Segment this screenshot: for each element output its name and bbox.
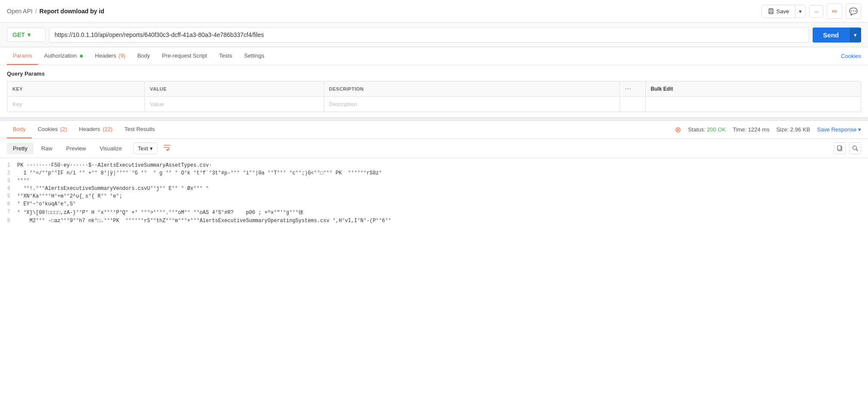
response-tab-test-results[interactable]: Test Results <box>118 121 161 138</box>
cookies-badge: (2) <box>60 126 67 132</box>
wrap-icon[interactable] <box>163 143 171 153</box>
col-header-actions: ··· <box>619 82 645 97</box>
response-tabs-row: Body Cookies (2) Headers (22) Test Resul… <box>0 121 868 139</box>
breadcrumb-separator: / <box>35 8 37 15</box>
code-line: 8 M2°°° -□az°°°9°°h7 nk°□.°°°PK °°°°°°rS… <box>0 217 868 225</box>
time-label: Time: 1224 ms <box>733 126 770 133</box>
svg-rect-4 <box>838 146 841 150</box>
format-type-chevron: ▾ <box>150 145 153 152</box>
line-content: °°XN°Ka°°°°H°+m°°2^u{¸s°{ R°° °e°; <box>17 193 868 199</box>
method-chevron: ▾ <box>27 31 30 38</box>
save-response-button[interactable]: Save Response ▾ <box>817 126 861 133</box>
col-header-bulk-edit: Bulk Edit <box>645 82 861 97</box>
tab-pre-request-script[interactable]: Pre-request Script <box>156 47 213 65</box>
col-header-description: DESCRIPTION <box>324 82 619 97</box>
edit-button[interactable]: ✏ <box>827 3 842 19</box>
line-number: 3 <box>0 178 17 184</box>
top-bar: Open API / Report download by id Save ▾ … <box>0 0 868 23</box>
tab-authorization[interactable]: Authorization <box>38 47 89 65</box>
line-number: 7 <box>0 209 17 215</box>
breadcrumb-open-api[interactable]: Open API <box>7 8 33 15</box>
line-number: 8 <box>0 218 17 224</box>
format-type-select[interactable]: Text ▾ <box>133 143 158 154</box>
authorization-dot <box>80 55 83 58</box>
table-row-empty: Key Value Description <box>7 97 861 112</box>
send-button-group: Send ▾ <box>813 27 861 43</box>
response-tab-cookies[interactable]: Cookies (2) <box>32 121 73 138</box>
cookies-link[interactable]: Cookies <box>841 48 861 64</box>
save-button-group: Save ▾ <box>762 5 806 18</box>
status-warning-icon: ⊗ <box>675 125 681 134</box>
key-input-cell[interactable]: Key <box>7 97 145 112</box>
desc-input-cell[interactable]: Description <box>324 97 619 112</box>
value-input-cell[interactable]: Value <box>145 97 324 112</box>
tab-tests[interactable]: Tests <box>213 47 238 65</box>
tab-settings[interactable]: Settings <box>238 47 270 65</box>
params-table: KEY VALUE DESCRIPTION ··· Bulk Edit Key … <box>7 81 861 112</box>
line-number: 4 <box>0 186 17 192</box>
row-actions-cell <box>619 97 645 112</box>
line-number: 1 <box>0 162 17 168</box>
save-dropdown-button[interactable]: ▾ <box>795 5 805 18</box>
code-line: 7° °X}\[08!□□□□,zA-}°°P° H °x°°°°P°Q° +°… <box>0 208 868 217</box>
section-divider <box>0 117 868 121</box>
response-area: Body Cookies (2) Headers (22) Test Resul… <box>0 121 868 228</box>
col-header-value: VALUE <box>145 82 324 97</box>
size-label: Size: 2.96 KB <box>776 126 810 133</box>
code-line: 1PK ········F50·ey······$··AlertsExecuti… <box>0 162 868 169</box>
url-input[interactable] <box>49 27 809 43</box>
query-params-section: Query Params KEY VALUE DESCRIPTION ··· B… <box>0 65 868 112</box>
line-number: 2 <box>0 170 17 176</box>
send-button[interactable]: Send <box>813 27 849 43</box>
breadcrumb-report-title: Report download by id <box>39 8 104 15</box>
code-line: 3°°°° <box>0 177 868 185</box>
response-tab-headers[interactable]: Headers (22) <box>73 121 118 138</box>
tab-params[interactable]: Params <box>7 47 38 65</box>
comment-button[interactable]: 💬 <box>846 3 861 19</box>
response-status-row: ⊗ Status: 200 OK Time: 1224 ms Size: 2.9… <box>675 125 861 134</box>
svg-rect-2 <box>769 12 773 13</box>
tab-headers[interactable]: Headers (9) <box>89 47 131 65</box>
svg-rect-1 <box>770 9 772 10</box>
line-content: °°°° <box>17 178 868 184</box>
line-content: °°!.°°°AlertsExecutiveSummaryVendors.csv… <box>17 186 868 192</box>
line-content: 1 °°=/°°p°°IF n/i °° +°° 8°|ÿ|°°°°`°G °°… <box>17 170 868 176</box>
line-number: 5 <box>0 193 17 199</box>
headers-badge: (9) <box>118 52 125 59</box>
response-tab-body[interactable]: Body <box>7 121 32 138</box>
copy-button[interactable] <box>834 142 846 154</box>
method-select[interactable]: GET ▾ <box>7 27 46 42</box>
format-tab-visualize[interactable]: Visualize <box>94 143 128 154</box>
code-area: 1PK ········F50·ey······$··AlertsExecuti… <box>0 158 868 228</box>
status-label: Status: 200 OK <box>688 126 726 133</box>
status-value: 200 OK <box>707 126 726 133</box>
code-line: 6° EY°~°o°kuqA°e°,S° <box>0 200 868 208</box>
url-bar: GET ▾ Send ▾ <box>0 23 868 47</box>
format-tab-preview[interactable]: Preview <box>60 143 92 154</box>
format-right-icons <box>834 142 861 154</box>
bulk-edit-button[interactable]: Bulk Edit <box>651 86 673 92</box>
search-button[interactable] <box>849 142 861 154</box>
line-content: ° °X}\[08!□□□□,zA-}°°P° H °x°°°°P°Q° +° … <box>17 209 868 216</box>
more-options-button[interactable]: ··· <box>809 5 823 18</box>
method-label: GET <box>12 31 25 38</box>
format-type-label: Text <box>138 145 148 152</box>
size-value: 2.96 KB <box>790 126 810 133</box>
row-extra-cell <box>645 97 861 112</box>
save-label: Save <box>777 8 789 15</box>
send-dropdown-button[interactable]: ▾ <box>849 28 861 42</box>
format-tabs-row: Pretty Raw Preview Visualize Text ▾ <box>0 139 868 158</box>
line-content: ° EY°~°o°kuqA°e°,S° <box>17 201 868 207</box>
time-value: 1224 ms <box>748 126 770 133</box>
response-headers-badge: (22) <box>103 126 112 132</box>
line-content: M2°°° -□az°°°9°°h7 nk°□.°°°PK °°°°°°rS°°… <box>17 218 868 224</box>
col-header-key: KEY <box>7 82 145 97</box>
svg-line-6 <box>856 150 858 151</box>
tab-body[interactable]: Body <box>131 47 156 65</box>
format-tab-raw[interactable]: Raw <box>35 143 58 154</box>
toolbar-right: Save ▾ ··· ✏ 💬 <box>762 3 861 19</box>
breadcrumb: Open API / Report download by id <box>7 8 104 15</box>
format-tab-pretty[interactable]: Pretty <box>7 143 33 154</box>
save-button[interactable]: Save <box>762 5 795 18</box>
save-icon <box>768 8 774 14</box>
